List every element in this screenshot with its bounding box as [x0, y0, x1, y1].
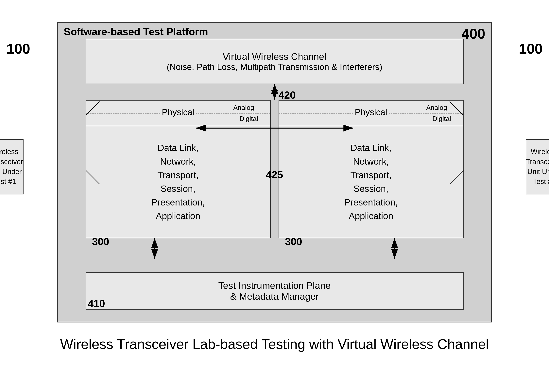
platform-title: Software-based Test Platform [64, 26, 208, 38]
wtu-right-text: Wireless Transceiver Unit Under Test #n [526, 147, 549, 187]
vwc-box: Virtual Wireless Channel (Noise, Path Lo… [86, 39, 463, 84]
wtu-inner-left: Physical Analog Digital Data Link, Netwo… [86, 100, 271, 238]
label-410: 410 [88, 298, 105, 309]
main-container: Wireless Transceiver Unit Under Test #1 … [18, 16, 532, 376]
digital-label-right: Digital [432, 115, 451, 123]
vwc-line1: Virtual Wireless Channel [223, 51, 326, 62]
physical-layer-right: Physical Analog Digital [279, 101, 463, 126]
tip-box: Test Instrumentation Plane & Metadata Ma… [86, 272, 463, 310]
tip-line2: & Metadata Manager [230, 291, 319, 302]
physical-label-left: Physical [160, 107, 196, 117]
data-layers-right: Data Link, Network, Transport, Session, … [279, 126, 463, 238]
wtu-outer-right: Wireless Transceiver Unit Under Test #n [526, 139, 549, 194]
label-300-right: 300 [285, 236, 302, 248]
data-layers-left: Data Link, Network, Transport, Session, … [86, 126, 270, 238]
platform-box: Software-based Test Platform 400 100 100… [57, 22, 492, 322]
physical-label-right: Physical [353, 107, 389, 117]
analog-label-right: Analog [426, 104, 447, 112]
label-300-left: 300 [92, 236, 109, 248]
tip-line1: Test Instrumentation Plane [218, 280, 331, 291]
wtu-outer-left: Wireless Transceiver Unit Under Test #1 [0, 139, 23, 194]
data-layers-text-left: Data Link, Network, Transport, Session, … [151, 141, 205, 223]
vwc-line2: (Noise, Path Loss, Multipath Transmissio… [167, 62, 382, 72]
wtu-left-text: Wireless Transceiver Unit Under Test #1 [0, 147, 23, 187]
label-420: 420 [278, 89, 296, 101]
label-100-left: 100 [7, 41, 30, 57]
wtu-inner-right: Physical Analog Digital Data Link, Netwo… [278, 100, 463, 238]
analog-label-left: Analog [233, 104, 254, 112]
digital-label-left: Digital [239, 115, 258, 123]
label-400: 400 [461, 26, 485, 42]
caption: Wireless Transceiver Lab-based Testing w… [60, 336, 489, 352]
diagram-area: Wireless Transceiver Unit Under Test #1 … [29, 16, 520, 328]
label-425: 425 [266, 169, 283, 181]
physical-layer-left: Physical Analog Digital [86, 101, 270, 126]
data-layers-text-right: Data Link, Network, Transport, Session, … [344, 141, 398, 223]
label-100-right: 100 [519, 41, 542, 57]
